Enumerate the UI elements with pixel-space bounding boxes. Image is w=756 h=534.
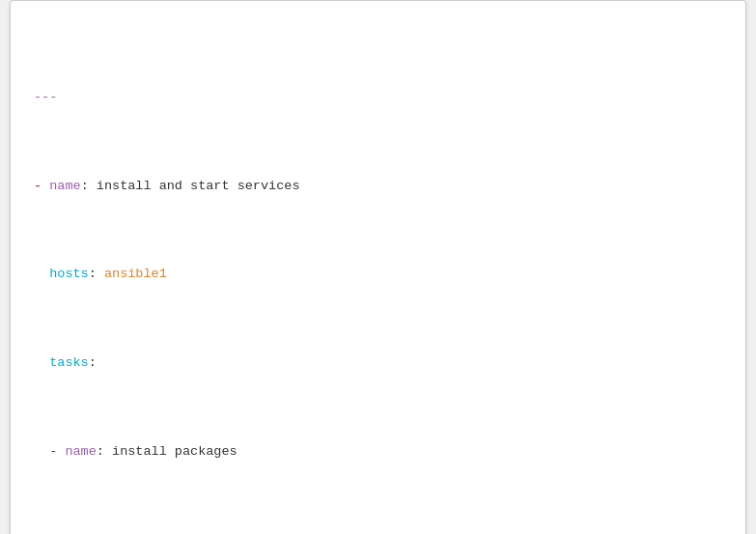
key-hosts: hosts: [49, 267, 89, 281]
val-task2-name: install packages: [112, 444, 238, 459]
line-task2-name: - name: install packages: [34, 441, 722, 464]
doc-separator: ---: [34, 90, 57, 104]
code-block: --- - name: install and start services h…: [34, 20, 722, 534]
val-hosts: ansible1: [104, 267, 167, 281]
line-yum: yum:: [34, 530, 722, 534]
key-name-2: name: [65, 444, 96, 459]
line-tasks: tasks:: [34, 352, 722, 375]
line-hosts: hosts: ansible1: [34, 264, 722, 286]
key-name-1: name: [49, 179, 80, 193]
editor-window: --- - name: install and start services h…: [10, 0, 746, 534]
line-task1-name: - name: install and start services: [34, 176, 722, 198]
dash-2: -: [49, 444, 57, 459]
dash-1: -: [34, 179, 42, 193]
key-tasks: tasks: [49, 355, 89, 370]
val-task1-name: install and start services: [97, 179, 300, 193]
line-doc-sep: ---: [34, 87, 722, 109]
